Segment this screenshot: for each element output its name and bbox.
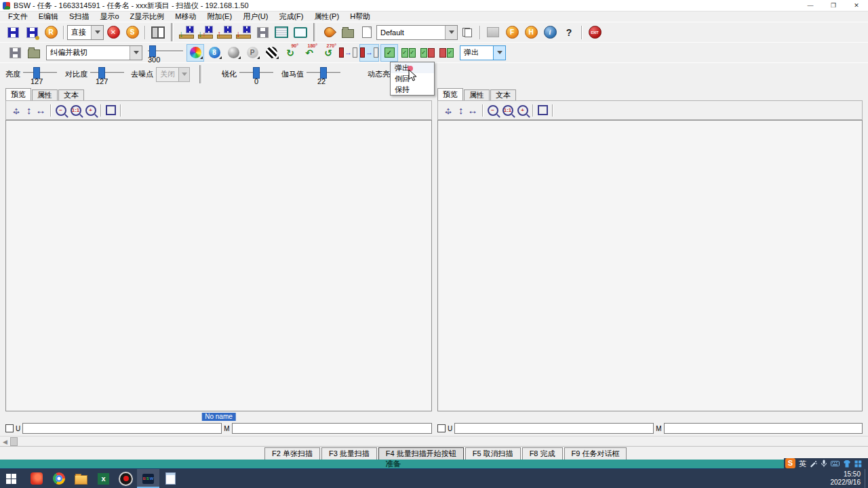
minimize-button[interactable]: — bbox=[799, 0, 822, 11]
exit-button[interactable]: EXIT bbox=[587, 24, 603, 41]
menu-file[interactable]: F文件 bbox=[3, 12, 33, 22]
keyboard-icon[interactable] bbox=[831, 460, 840, 467]
tab-text[interactable]: 文本 bbox=[490, 89, 516, 100]
restore-button[interactable]: ❐ bbox=[822, 0, 845, 11]
sharpen-slider[interactable]: 0 bbox=[239, 66, 273, 83]
crop-region-button[interactable] bbox=[538, 105, 548, 115]
handwriting-icon[interactable] bbox=[810, 460, 817, 468]
taskbar-browser-red[interactable] bbox=[25, 469, 47, 488]
tab-preview[interactable]: 预览 bbox=[437, 88, 463, 100]
menu-extra[interactable]: 附加(E) bbox=[201, 12, 237, 22]
f2-single-scan-button[interactable]: F2 单张扫描 bbox=[264, 447, 320, 460]
copy-pages-button[interactable] bbox=[459, 24, 475, 41]
help-button[interactable]: ? bbox=[561, 24, 577, 41]
combo-arrow-button[interactable] bbox=[91, 26, 103, 39]
combo-arrow-button[interactable] bbox=[130, 46, 142, 60]
scan-single-button[interactable]: ↓ bbox=[178, 24, 195, 41]
menu-display[interactable]: 显示o bbox=[94, 12, 124, 22]
ime-mode-indicator[interactable]: 英 bbox=[799, 459, 806, 469]
about-button[interactable]: i bbox=[542, 24, 558, 41]
taskbar-recorder[interactable] bbox=[115, 469, 137, 488]
combo-arrow-button[interactable] bbox=[445, 26, 457, 39]
rotate-270-button[interactable]: ↺270° bbox=[320, 45, 336, 61]
save-settings-button[interactable] bbox=[7, 45, 23, 61]
accept-back-button[interactable]: ✓ bbox=[438, 45, 454, 61]
save-as-button[interactable] bbox=[24, 24, 40, 41]
open-folder-button[interactable] bbox=[340, 24, 356, 41]
dpi-slider[interactable]: 300 bbox=[148, 44, 183, 62]
f-function-button[interactable]: F bbox=[504, 24, 520, 41]
taskbar-explorer[interactable] bbox=[70, 469, 92, 488]
accept-single-button[interactable]: ✓ bbox=[381, 45, 397, 61]
clock[interactable]: 15:50 2022/9/16 bbox=[831, 470, 861, 487]
feed-direction-alt-button[interactable]: → bbox=[360, 45, 378, 61]
new-document-button[interactable] bbox=[359, 24, 375, 41]
fit-width-button[interactable]: ↔ bbox=[468, 104, 478, 116]
zoom-out-button[interactable]: − bbox=[488, 105, 498, 116]
menu-user[interactable]: 用户(U) bbox=[237, 12, 273, 22]
left-u-field[interactable] bbox=[22, 423, 222, 434]
scan-back-button[interactable]: ↑ bbox=[216, 24, 233, 41]
microphone-icon[interactable] bbox=[821, 460, 827, 468]
pan-button[interactable]: ↔↕ bbox=[10, 104, 22, 117]
taskbar-notepad[interactable] bbox=[159, 469, 182, 488]
halftone-button[interactable] bbox=[263, 45, 279, 61]
menu-zoom-ratio[interactable]: Z显示比例 bbox=[125, 12, 170, 22]
dropdown-item-eject[interactable]: 弹出 bbox=[391, 62, 434, 73]
tab-text[interactable]: 文本 bbox=[58, 89, 84, 100]
zoom-actual-button[interactable]: 1:1 bbox=[71, 105, 81, 116]
pan-button[interactable]: ↔↕ bbox=[442, 104, 454, 117]
toolbox-icon[interactable] bbox=[854, 460, 862, 468]
brightness-slider[interactable]: 127 bbox=[23, 66, 57, 83]
scrollbar-thumb[interactable] bbox=[10, 437, 18, 446]
f9-task-dialog-button[interactable]: F9 任务对话框 bbox=[564, 447, 627, 460]
taskbar-chrome[interactable] bbox=[47, 469, 70, 488]
load-settings-button[interactable] bbox=[26, 45, 42, 61]
tab-properties[interactable]: 属性 bbox=[32, 89, 58, 100]
left-checkbox[interactable] bbox=[5, 424, 14, 432]
monitor-button[interactable] bbox=[292, 24, 309, 41]
grayscale-button[interactable] bbox=[225, 45, 241, 61]
process-combobox[interactable]: 纠偏并裁切 bbox=[46, 45, 142, 60]
rotate-180-button[interactable]: ↶180° bbox=[301, 45, 317, 61]
menu-edit[interactable]: E编辑 bbox=[33, 12, 64, 22]
cancel-button[interactable]: ✕ bbox=[105, 24, 121, 41]
scan-duplex-button[interactable]: ↓↑ bbox=[197, 24, 214, 41]
right-checkbox[interactable] bbox=[437, 424, 446, 432]
left-preview-canvas[interactable] bbox=[5, 120, 432, 411]
direct-mode-combobox[interactable]: 直接 bbox=[67, 25, 104, 40]
bit-depth-button[interactable]: 8 bbox=[206, 45, 222, 61]
accept-both-button[interactable]: ✓✓ bbox=[400, 45, 416, 61]
rotate-90-button[interactable]: ↻90° bbox=[282, 45, 298, 61]
dropdown-item-rewind[interactable]: 倒回 bbox=[391, 73, 434, 84]
f8-finish-button[interactable]: F8 完成 bbox=[522, 447, 563, 460]
tab-preview[interactable]: 预览 bbox=[5, 88, 31, 100]
fit-height-button[interactable]: ↕ bbox=[26, 104, 32, 116]
start-button[interactable] bbox=[0, 469, 22, 488]
fit-width-button[interactable]: ↔ bbox=[36, 104, 46, 116]
fit-height-button[interactable]: ↕ bbox=[458, 104, 464, 116]
scan-front-button[interactable]: ↓ bbox=[235, 24, 252, 41]
color-mode-button[interactable] bbox=[187, 45, 203, 61]
clean-button[interactable] bbox=[321, 24, 337, 41]
zoom-in-button[interactable]: + bbox=[85, 105, 96, 116]
horizontal-scrollbar[interactable]: ◀ bbox=[0, 436, 868, 447]
f3-batch-scan-button[interactable]: F3 批量扫描 bbox=[321, 447, 377, 460]
rescan-button[interactable]: R bbox=[43, 24, 59, 41]
stop-button[interactable]: S bbox=[124, 24, 140, 41]
sogou-icon[interactable]: S bbox=[785, 458, 795, 468]
combo-arrow-button[interactable] bbox=[493, 46, 505, 60]
right-preview-canvas[interactable] bbox=[437, 120, 863, 411]
menu-properties[interactable]: 属性(P) bbox=[309, 12, 344, 22]
close-button[interactable]: ✕ bbox=[845, 0, 868, 11]
menu-move[interactable]: M移动 bbox=[170, 12, 201, 22]
gamma-slider[interactable]: 22 bbox=[307, 66, 340, 83]
menu-scan[interactable]: S扫描 bbox=[64, 12, 94, 22]
contrast-slider[interactable]: 127 bbox=[90, 66, 124, 83]
keypad-button[interactable] bbox=[273, 24, 290, 41]
left-m-field[interactable] bbox=[232, 423, 432, 434]
zoom-out-button[interactable]: − bbox=[56, 105, 66, 116]
tab-properties[interactable]: 属性 bbox=[464, 89, 490, 100]
dropdown-item-hold[interactable]: 保持 bbox=[391, 84, 434, 95]
crop-region-button[interactable] bbox=[106, 105, 116, 115]
